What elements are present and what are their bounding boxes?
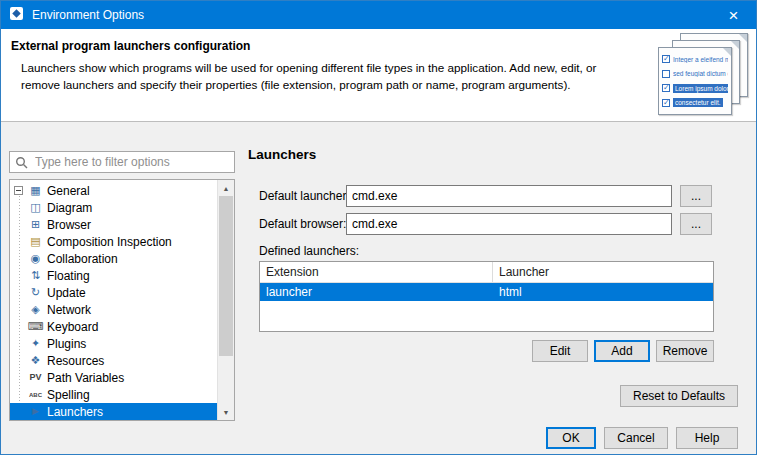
update-icon — [28, 287, 43, 298]
cancel-button[interactable]: Cancel — [604, 427, 668, 449]
default-browser-input[interactable] — [346, 213, 672, 235]
default-browser-browse-button[interactable]: ... — [680, 213, 712, 235]
tree-item-label: Diagram — [47, 201, 92, 215]
remove-button[interactable]: Remove — [656, 340, 714, 362]
scroll-thumb[interactable] — [219, 196, 233, 356]
panel-title: Launchers — [248, 147, 316, 162]
tree-item-label: Update — [47, 286, 86, 300]
tree-item-label: Plugins — [47, 337, 86, 351]
floating-icon — [28, 270, 43, 281]
window-title: Environment Options — [32, 8, 144, 22]
app-icon — [9, 6, 24, 25]
defined-launchers-label: Defined launchers: — [259, 244, 359, 258]
cell-extension: launcher — [260, 283, 493, 301]
column-header-extension[interactable]: Extension — [260, 262, 493, 282]
defined-launchers-table: Extension Launcher launcher html — [259, 261, 714, 332]
tree-item-label: General — [47, 184, 90, 198]
resources-icon — [28, 355, 43, 366]
plugins-icon — [28, 338, 43, 349]
checkbox-checked-icon — [662, 55, 670, 63]
spelling-icon — [28, 392, 43, 398]
tree-item-composition-inspection[interactable]: Composition Inspection — [10, 233, 217, 250]
page-front-icon: Integer a eleifend mollis sed feugiat di… — [658, 47, 732, 115]
filter-input[interactable] — [33, 154, 229, 170]
default-launcher-browse-button[interactable]: ... — [680, 185, 712, 207]
cell-launcher: html — [493, 283, 713, 301]
add-button[interactable]: Add — [594, 340, 650, 362]
tree-item-network[interactable]: Network — [10, 301, 217, 318]
network-icon — [28, 304, 43, 315]
checkbox-empty-icon — [662, 70, 670, 78]
environment-options-dialog: Environment Options External program lau… — [0, 0, 757, 455]
tree-list: General Diagram Browser Composition Insp… — [10, 182, 217, 420]
dialog-body: General Diagram Browser Composition Insp… — [1, 122, 756, 454]
browser-icon — [28, 219, 43, 230]
tree-item-label: Resources — [47, 354, 104, 368]
tree-item-label: Browser — [47, 218, 91, 232]
doc-line: Lorem ipsum dolor — [662, 82, 728, 94]
close-button[interactable] — [711, 1, 756, 29]
path-variables-icon — [28, 373, 43, 382]
tree-item-collaboration[interactable]: Collaboration — [10, 250, 217, 267]
default-browser-label: Default browser: — [259, 217, 346, 231]
keyboard-icon — [28, 321, 43, 332]
tree-item-update[interactable]: Update — [10, 284, 217, 301]
doc-line-label: Integer a eleifend mollis — [673, 56, 728, 63]
general-icon — [28, 185, 43, 196]
tree-item-label: Path Variables — [47, 371, 124, 385]
tree-item-label: Composition Inspection — [47, 235, 172, 249]
edit-button[interactable]: Edit — [532, 340, 588, 362]
help-button[interactable]: Help — [676, 427, 738, 449]
tree-item-label: Network — [47, 303, 91, 317]
doc-line-label: consectetur elit. — [673, 98, 723, 107]
tree-item-plugins[interactable]: Plugins — [10, 335, 217, 352]
tree-item-label: Floating — [47, 269, 90, 283]
doc-line-label: Lorem ipsum dolor — [673, 84, 728, 93]
column-header-launcher[interactable]: Launcher — [493, 262, 713, 282]
tree-item-label: Launchers — [47, 405, 103, 419]
doc-line: sed feugiat dictum et. — [662, 68, 728, 80]
tree-item-launchers[interactable]: Launchers — [10, 403, 217, 420]
tree-item-spelling[interactable]: Spelling — [10, 386, 217, 403]
tree-item-label: Collaboration — [47, 252, 118, 266]
filter-box — [9, 151, 235, 173]
tree-item-label: Spelling — [47, 388, 90, 402]
launchers-illustration: Integer a eleifend mollis sed feugiat di… — [648, 33, 748, 121]
tree-item-resources[interactable]: Resources — [10, 352, 217, 369]
titlebar: Environment Options — [1, 1, 756, 29]
default-launcher-label: Default launcher: — [259, 189, 350, 203]
launchers-icon — [28, 407, 43, 416]
close-icon — [729, 7, 739, 24]
tree-item-general[interactable]: General — [10, 182, 217, 199]
doc-line: consectetur elit. — [662, 97, 728, 109]
tree-scrollbar[interactable] — [217, 180, 234, 420]
section-title: External program launchers configuration — [11, 39, 250, 53]
tree-item-keyboard[interactable]: Keyboard — [10, 318, 217, 335]
composition-inspection-icon — [28, 236, 43, 247]
options-tree: General Diagram Browser Composition Insp… — [9, 179, 235, 421]
scroll-up-icon[interactable] — [218, 180, 234, 196]
tree-item-diagram[interactable]: Diagram — [10, 199, 217, 216]
checkbox-checked-icon — [662, 84, 670, 92]
default-launcher-input[interactable] — [346, 185, 672, 207]
checkbox-checked-icon — [662, 99, 670, 107]
reset-to-defaults-button[interactable]: Reset to Defaults — [620, 385, 738, 407]
scroll-down-icon[interactable] — [218, 404, 234, 420]
table-header: Extension Launcher — [260, 262, 713, 283]
diagram-icon — [28, 202, 43, 213]
collaboration-icon — [28, 253, 43, 264]
tree-item-browser[interactable]: Browser — [10, 216, 217, 233]
tree-item-label: Keyboard — [47, 320, 98, 334]
tree-item-floating[interactable]: Floating — [10, 267, 217, 284]
dialog-header: External program launchers configuration… — [1, 29, 756, 122]
collapse-toggle-icon[interactable] — [14, 186, 23, 195]
doc-line-label: sed feugiat dictum et. — [673, 70, 728, 77]
search-icon — [15, 156, 28, 169]
tree-item-path-variables[interactable]: Path Variables — [10, 369, 217, 386]
table-row[interactable]: launcher html — [260, 283, 713, 301]
doc-line: Integer a eleifend mollis — [662, 53, 728, 65]
ok-button[interactable]: OK — [546, 427, 596, 449]
section-description: Launchers show which programs will be us… — [21, 60, 633, 94]
